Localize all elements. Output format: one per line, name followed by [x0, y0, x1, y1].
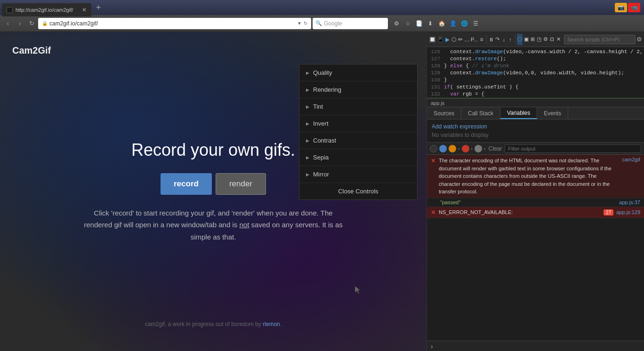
network-icon[interactable]: ⬡ [517, 34, 523, 45]
address-reload-icon: ↻ [304, 21, 307, 26]
arrow-icon-tint: ▶ [306, 104, 309, 109]
perf-icon[interactable]: ≡ [479, 34, 484, 45]
dropdown-item-invert[interactable]: ▶ Invert [299, 115, 417, 132]
bookmark-icon[interactable]: 📑 [414, 18, 424, 29]
settings-dt-icon[interactable]: ⚙ [543, 34, 548, 45]
debugger-icon[interactable]: ▶ [445, 34, 451, 45]
action-buttons: record render [161, 173, 266, 195]
filter-orange-button[interactable] [449, 145, 456, 152]
edit-icon[interactable]: ✏ [458, 34, 463, 45]
footer-link[interactable]: rlemon [263, 321, 280, 327]
profile-icon[interactable]: 👤 [448, 18, 458, 29]
variables-panel: Add watch expression No variables to dis… [427, 120, 644, 143]
add-watch-expression[interactable]: Add watch expression [432, 122, 639, 131]
tab-close-icon[interactable]: ✕ [82, 7, 87, 13]
address-bar[interactable]: 🔒 cam2gif.io/cam2gif/ ▼ ↻ [38, 18, 311, 29]
step-over-button[interactable]: ↷ [495, 34, 500, 45]
dropdown-item-contrast[interactable]: ▶ Contrast [299, 132, 417, 149]
profiler-icon[interactable]: P... [471, 34, 478, 45]
star-icon[interactable]: ☆ [402, 18, 413, 29]
step-out-button[interactable]: ↑ [507, 34, 513, 45]
record-button[interactable]: record [161, 173, 212, 195]
dropdown-item-mirror[interactable]: ▶ Mirror [299, 166, 417, 183]
dot-separator2: • [471, 146, 473, 152]
dt-settings-icon[interactable]: ⚙ [636, 34, 642, 45]
dom-icon[interactable]: ⊞ [530, 34, 536, 45]
new-tab-button[interactable]: + [92, 2, 105, 13]
error-source-2[interactable]: app.js:129 [616, 209, 640, 215]
file-label: app.js [427, 99, 644, 107]
detach-icon[interactable]: ⊡ [549, 34, 555, 45]
error-icon-2: ✕ [431, 209, 436, 216]
dots-icon[interactable]: … [464, 34, 470, 45]
not-text: not [239, 221, 249, 229]
tab-variables[interactable]: Variables [500, 107, 537, 119]
console-entry-2: ✕ NS_ERROR_NOT_AVAILABLE: 27 app.js:129 [427, 207, 644, 218]
tab-title: http://cam2gif.io/cam2gif/ [16, 7, 79, 13]
filter-red-button[interactable] [462, 145, 469, 152]
forward-button[interactable]: › [15, 18, 25, 29]
dropdown-item-rendering[interactable]: ▶ Rendering [299, 81, 417, 98]
passed-source[interactable]: app.js:37 [619, 199, 640, 205]
tab-bar: http://cam2gif.io/cam2gif/ ✕ + 📷 📹 [0, 0, 644, 15]
inspector-icon[interactable]: 🔲 [429, 34, 436, 45]
arrow-icon-invert: ▶ [306, 121, 309, 126]
arrow-icon: ▶ [306, 71, 309, 75]
responsive-icon[interactable]: 📱 [437, 34, 444, 45]
console-content: ✕ The character encoding of the HTML doc… [427, 155, 644, 341]
main-area: Cam2Gif ▶ Quality ▶ Rendering ▶ Tint ▶ I… [0, 32, 644, 351]
filter-gray-button[interactable] [475, 145, 482, 152]
render-button[interactable]: render [216, 173, 266, 195]
back-button[interactable]: ‹ [3, 18, 13, 29]
style-icon[interactable]: ▣ [523, 34, 529, 45]
console-toolbar: • • • Clear [427, 143, 644, 155]
step-into-button[interactable]: ↓ [501, 34, 507, 45]
dropdown-menu: ▶ Quality ▶ Rendering ▶ Tint ▶ Invert ▶ … [299, 64, 418, 200]
code-line-131: 131 if( settings.useTint ) { [427, 83, 644, 90]
devtools-panel: 🔲 📱 ▶ ⬡ ✏ … P... ≡ ⏸ ↷ ↓ ↑ ⬡ ▣ ⊞ ◳ ⚙ ⊡ ✕ [427, 32, 644, 351]
search-bar-text: Google [324, 20, 342, 27]
error-source-1[interactable]: cam2gif [622, 157, 640, 162]
close-dt-icon[interactable]: ✕ [555, 34, 561, 45]
console-entry-passed: "passed" app.js:37 [427, 198, 644, 207]
download-icon[interactable]: ⬇ [425, 18, 435, 29]
pause-button[interactable]: ⏸ [488, 34, 494, 45]
clear-console-button[interactable]: Clear [488, 145, 503, 152]
error-count-badge: 27 [604, 209, 613, 215]
globe-icon[interactable]: 🌐 [459, 18, 469, 29]
console-icon[interactable]: ⬡ [451, 34, 457, 45]
home-icon[interactable]: 🏠 [436, 18, 447, 29]
filter-blue-button[interactable] [439, 145, 447, 152]
devtools-toolbar: 🔲 📱 ▶ ⬡ ✏ … P... ≡ ⏸ ↷ ↓ ↑ ⬡ ▣ ⊞ ◳ ⚙ ⊡ ✕ [427, 32, 644, 47]
site-description: Click 'record' to start recording your g… [81, 207, 345, 243]
error-message-2: NS_ERROR_NOT_AVAILABLE: [439, 209, 601, 215]
dropdown-item-sepia[interactable]: ▶ Sepia [299, 149, 417, 166]
close-controls-button[interactable]: Close Controls [299, 183, 417, 199]
debug-tabs: Sources Call Stack Variables Events [427, 107, 644, 120]
dropdown-item-quality[interactable]: ▶ Quality [299, 64, 417, 81]
tab-sources[interactable]: Sources [427, 107, 461, 119]
expand-console-button[interactable]: › [431, 343, 433, 350]
tab-callstack[interactable]: Call Stack [461, 107, 500, 119]
search-bar[interactable]: 🔍 Google [313, 18, 388, 29]
settings-icon[interactable]: ⚙ [391, 18, 402, 29]
bottom-bar: › [427, 341, 644, 351]
dot-separator: • [458, 146, 460, 152]
address-lock-icon: 🔒 [42, 21, 48, 26]
filter-all-button[interactable] [430, 145, 437, 152]
dropdown-item-tint[interactable]: ▶ Tint [299, 98, 417, 115]
code-area: 126 context.drawImage(video,-canvas.widt… [427, 47, 644, 99]
memory-icon[interactable]: ◳ [536, 34, 542, 45]
active-tab[interactable]: http://cam2gif.io/cam2gif/ ✕ [2, 3, 91, 16]
no-variables-label: No variables to display [432, 131, 639, 139]
arrow-icon-rendering: ▶ [306, 88, 309, 92]
address-dropdown-icon: ▼ [297, 21, 302, 26]
search-scripts-input[interactable] [564, 35, 636, 44]
arrow-icon-contrast: ▶ [306, 138, 309, 143]
reload-button[interactable]: ↻ [26, 18, 37, 29]
error-icon-1: ✕ [431, 157, 436, 164]
menu-icon[interactable]: ☰ [470, 18, 481, 29]
tab-events[interactable]: Events [537, 107, 568, 119]
dot-separator3: • [484, 146, 486, 152]
console-filter-input[interactable] [505, 144, 641, 153]
